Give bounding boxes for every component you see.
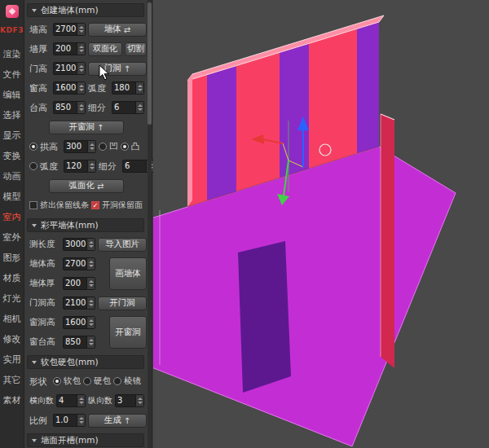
spin-down-icon[interactable] xyxy=(90,167,95,169)
subdiv-spinner[interactable]: 6 xyxy=(112,101,144,114)
wall-stripe-2[interactable] xyxy=(280,43,309,178)
wall-stripe-3[interactable] xyxy=(357,22,379,153)
spin-down-icon[interactable] xyxy=(89,245,94,248)
spin-up-icon[interactable] xyxy=(79,85,84,87)
spin-up-icon[interactable] xyxy=(89,241,94,244)
wall-body-button[interactable]: 墙体 ⇄ xyxy=(88,23,147,37)
rollout-color-wall[interactable]: 彩平墙体(mm) xyxy=(27,218,144,232)
open-window-hole-button[interactable]: 开窗洞 ↑ xyxy=(49,121,124,134)
convex-radio[interactable] xyxy=(121,143,129,151)
spinner-arrows[interactable] xyxy=(77,24,85,35)
spinner-arrows[interactable] xyxy=(77,63,85,74)
spinner-arrows[interactable] xyxy=(86,239,95,250)
spinner-arrows[interactable] xyxy=(87,141,95,152)
spin-down-icon[interactable] xyxy=(79,402,84,404)
keep-lines-checkbox[interactable] xyxy=(29,201,37,209)
spinner-arrows[interactable] xyxy=(86,258,95,270)
double-face-button[interactable]: 双面化 xyxy=(88,42,122,56)
spinner-arrows[interactable] xyxy=(77,82,85,94)
sidebar-item-asset[interactable]: 素材 xyxy=(3,390,21,411)
sidebar-item-model[interactable]: 模型 xyxy=(3,187,21,207)
spin-up-icon[interactable] xyxy=(79,26,84,29)
spin-up-icon[interactable] xyxy=(90,143,95,146)
spinner-arrows[interactable] xyxy=(86,278,95,289)
sidebar-item-material[interactable]: 材质 xyxy=(3,268,21,288)
wall-thickness2-spinner[interactable]: 200 xyxy=(63,277,95,290)
spin-down-icon[interactable] xyxy=(89,265,94,267)
door-height-spinner[interactable]: 2100 xyxy=(53,62,86,75)
arc-face-button[interactable]: 弧面化 ⇄ xyxy=(49,179,124,193)
arc2-spinner[interactable]: 120 xyxy=(64,160,96,173)
h-count-spinner[interactable]: 4 xyxy=(56,394,86,407)
arch-radio[interactable] xyxy=(29,143,37,151)
sill-height-spinner[interactable]: 850 xyxy=(53,101,86,114)
sidebar-item-utility[interactable]: 实用 xyxy=(3,349,21,370)
arch-spinner[interactable]: 300 xyxy=(64,140,96,153)
spin-down-icon[interactable] xyxy=(89,343,94,345)
spin-down-icon[interactable] xyxy=(89,323,94,326)
spinner-arrows[interactable] xyxy=(135,102,143,113)
viewport[interactable] xyxy=(153,0,489,448)
spin-down-icon[interactable] xyxy=(138,108,143,111)
import-image-button[interactable]: 导入图片 xyxy=(98,238,147,252)
draw-wall-button[interactable]: 画墙体 xyxy=(109,257,147,290)
spin-down-icon[interactable] xyxy=(79,50,84,52)
wall-height-spinner[interactable]: 2700 xyxy=(53,23,86,36)
spinner-arrows[interactable] xyxy=(135,82,143,94)
sidebar-item-light[interactable]: 灯光 xyxy=(3,288,21,309)
spin-up-icon[interactable] xyxy=(79,46,84,48)
spin-up-icon[interactable] xyxy=(89,300,94,302)
keep-faces-checkbox[interactable]: ✓ xyxy=(91,201,99,209)
spinner-arrows[interactable] xyxy=(77,415,85,426)
spin-up-icon[interactable] xyxy=(90,163,95,165)
open-door-button[interactable]: 开门洞 xyxy=(98,296,147,310)
spinner-arrows[interactable] xyxy=(86,297,95,309)
soft-radio[interactable] xyxy=(53,377,61,385)
spin-down-icon[interactable] xyxy=(90,147,95,150)
rollout-soft-pack[interactable]: 软包硬包(mm) xyxy=(27,355,144,369)
spin-down-icon[interactable] xyxy=(79,108,84,111)
door-opening[interactable] xyxy=(238,241,291,393)
spin-up-icon[interactable] xyxy=(138,104,143,107)
spin-up-icon[interactable] xyxy=(138,397,143,400)
spin-down-icon[interactable] xyxy=(79,30,84,33)
spin-up-icon[interactable] xyxy=(89,280,94,283)
rollout-create-wall[interactable]: 创建墙体(mm) xyxy=(27,3,144,17)
spinner-arrows[interactable] xyxy=(87,160,95,172)
spin-up-icon[interactable] xyxy=(89,319,94,322)
spin-down-icon[interactable] xyxy=(79,69,84,72)
door-hole-button[interactable]: 门洞 ↑ xyxy=(88,62,147,76)
spinner-arrows[interactable] xyxy=(86,317,95,328)
spin-up-icon[interactable] xyxy=(79,397,84,400)
sidebar-item-interior[interactable]: 室内 xyxy=(3,207,21,227)
rollout-groove[interactable]: 墙面开槽(mm) xyxy=(27,433,144,447)
sidebar-item-other[interactable]: 其它 xyxy=(3,370,21,390)
sidebar-item-shape[interactable]: 图形 xyxy=(3,248,21,268)
measure-spinner[interactable]: 3000 xyxy=(63,238,95,251)
spin-down-icon[interactable] xyxy=(89,284,94,287)
spin-down-icon[interactable] xyxy=(138,402,143,404)
sidebar-item-transform[interactable]: 变换 xyxy=(3,146,21,166)
spin-up-icon[interactable] xyxy=(79,104,84,107)
ratio-spinner[interactable]: 1.0 xyxy=(53,414,86,427)
spin-down-icon[interactable] xyxy=(79,421,84,424)
spin-down-icon[interactable] xyxy=(89,304,94,306)
wall-thickness-spinner[interactable]: 200 xyxy=(53,42,86,55)
wall-height2-spinner[interactable]: 2700 xyxy=(63,257,95,270)
door2-spinner[interactable]: 2100 xyxy=(63,296,95,310)
spin-up-icon[interactable] xyxy=(79,417,84,419)
v-count-spinner[interactable]: 3 xyxy=(115,394,144,407)
sidebar-item-edit[interactable]: 编辑 xyxy=(3,85,21,105)
panel-scrollbar-thumb[interactable] xyxy=(148,2,152,125)
sidebar-item-select[interactable]: 选择 xyxy=(3,105,21,125)
panel-scrollbar[interactable] xyxy=(148,0,152,448)
window2-spinner[interactable]: 1600 xyxy=(63,316,95,329)
spin-up-icon[interactable] xyxy=(138,85,143,87)
spin-down-icon[interactable] xyxy=(79,89,84,91)
3d-scene-canvas[interactable] xyxy=(153,0,489,448)
concave-radio[interactable] xyxy=(99,143,107,151)
hard-radio[interactable] xyxy=(83,377,91,385)
sidebar-item-modify[interactable]: 修改 xyxy=(3,329,21,349)
wall-stripe-1[interactable] xyxy=(207,66,236,200)
spinner-arrows[interactable] xyxy=(77,395,85,406)
